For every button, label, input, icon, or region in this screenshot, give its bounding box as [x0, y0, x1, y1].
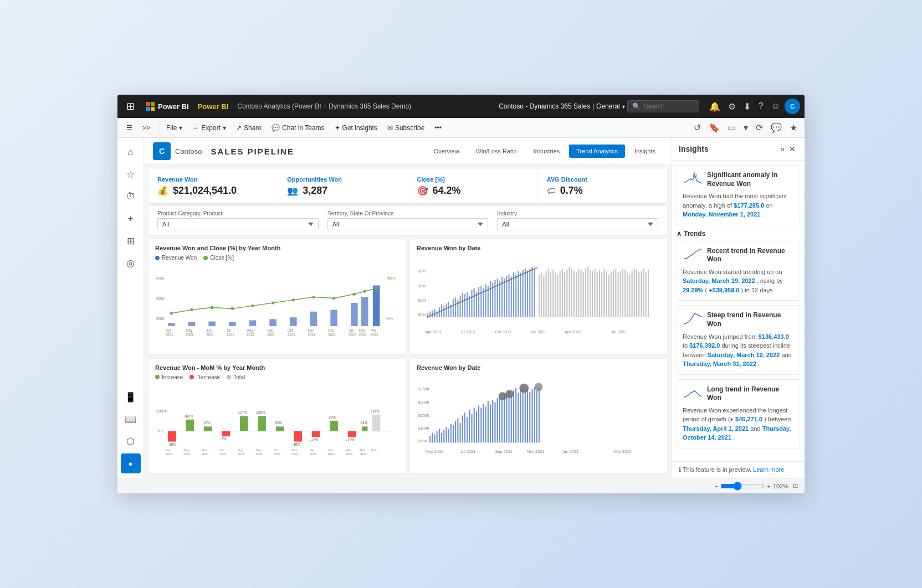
- waffle-icon[interactable]: ⊞: [122, 98, 139, 115]
- zoom-minus-icon[interactable]: −: [715, 483, 718, 489]
- view-chevron-icon[interactable]: ▾: [741, 120, 751, 135]
- kpi-revenue-won[interactable]: Revenue Won 💰 $21,024,541.0: [148, 169, 278, 203]
- tab-overview[interactable]: Overview: [427, 145, 467, 158]
- tab-insights[interactable]: Insights: [627, 145, 663, 158]
- svg-rect-83: [488, 286, 489, 317]
- nav-icons: 🔔 ⚙ ⬇ ? ☺ C: [706, 99, 800, 114]
- svg-rect-229: [455, 421, 456, 442]
- trends-chevron-icon[interactable]: ∧: [677, 230, 682, 238]
- more-button[interactable]: •••: [430, 122, 446, 134]
- sidebar-item-goals[interactable]: ◎: [121, 253, 141, 273]
- export-button[interactable]: ↔ Export ▾: [188, 122, 230, 134]
- search-box[interactable]: 🔍: [627, 100, 699, 112]
- trend1-intro: Revenue Won started trending up on: [683, 269, 782, 275]
- insights-learn-more-link[interactable]: Learn more: [753, 466, 784, 473]
- fit-to-page-icon[interactable]: ⊡: [793, 482, 798, 489]
- svg-rect-65: [445, 303, 447, 317]
- chart3-title: Revenue Won - MoM % by Year Month: [155, 364, 399, 371]
- insight-anomaly-card[interactable]: Significant anomaly in Revenue Won Reven…: [677, 165, 800, 225]
- sidebar-item-powerbi[interactable]: ●: [121, 453, 141, 473]
- tab-winloss[interactable]: Win/Loss Ratio: [469, 145, 524, 158]
- svg-point-24: [312, 296, 315, 298]
- fullscreen-icon[interactable]: ★: [787, 120, 800, 135]
- chart-mom-pct[interactable]: Revenue Won - MoM % by Year Month Increa…: [148, 359, 406, 474]
- sidebar-item-workspaces[interactable]: ⬡: [121, 431, 141, 451]
- svg-rect-234: [467, 417, 468, 442]
- toolbar-separator: [158, 122, 158, 133]
- comment-icon[interactable]: 💬: [768, 120, 785, 135]
- insight-trend3-card[interactable]: Long trend in Revenue Won Revenue Won ex…: [677, 379, 800, 448]
- svg-rect-147: [638, 272, 639, 317]
- microsoft-logo-icon: [146, 102, 155, 111]
- svg-rect-231: [460, 422, 461, 442]
- tab-trend-analytics[interactable]: Trend Analytics: [569, 145, 625, 158]
- svg-text:2022: 2022: [346, 452, 353, 455]
- sidebar-item-datahub[interactable]: ⊞: [121, 231, 141, 251]
- insights-icon: ✦: [335, 124, 340, 132]
- filter-territory-select[interactable]: All: [327, 218, 489, 230]
- svg-rect-146: [636, 270, 637, 317]
- sidebar-item-favorites[interactable]: ☆: [121, 164, 141, 184]
- chart-revenue-date-top[interactable]: Revenue Won by Date $0M $0M $0M $0M: [410, 239, 667, 354]
- view-icon[interactable]: ▭: [725, 120, 739, 135]
- chat-teams-button[interactable]: 💬 Chat in Teams: [267, 122, 329, 134]
- svg-text:May: May: [183, 448, 189, 452]
- download-icon[interactable]: ⬇: [740, 99, 754, 114]
- chart-revenue-close[interactable]: Revenue Won and Close [%] by Year Month …: [148, 239, 406, 354]
- insight-trend2-card[interactable]: Steep trend in Revenue Won Revenue Won j…: [677, 305, 800, 374]
- kpi-opportunities-won[interactable]: Opportunities Won 👥 3,287: [278, 169, 408, 203]
- sidebar-item-create[interactable]: +: [121, 209, 141, 229]
- chart-revenue-date-bottom[interactable]: Revenue Won by Date $250K $200K $150K $1…: [410, 359, 667, 474]
- avatar[interactable]: C: [785, 99, 800, 114]
- notification-icon[interactable]: 🔔: [706, 99, 724, 114]
- insight-trend1-card[interactable]: Recent trend in Revenue Won Revenue Won …: [677, 241, 800, 301]
- svg-text:Nov 2021: Nov 2021: [527, 449, 544, 454]
- svg-text:Sep 2021: Sep 2021: [495, 449, 512, 454]
- feedback-icon[interactable]: ☺: [768, 99, 783, 114]
- share-button[interactable]: ↗ Share: [232, 122, 266, 134]
- insights-close-icon[interactable]: ✕: [787, 143, 798, 154]
- filter-industry-select[interactable]: All: [497, 218, 658, 230]
- search-icon: 🔍: [632, 102, 641, 110]
- filter-product-category: Product Category, Product All: [157, 210, 319, 230]
- ms-logo[interactable]: Power BI: [141, 102, 193, 111]
- breadcrumb-expand-button[interactable]: >>: [138, 122, 155, 134]
- svg-text:2021: 2021: [267, 333, 275, 337]
- subscribe-button[interactable]: ✉ Subscribe: [383, 122, 429, 134]
- refresh-icon[interactable]: ↺: [691, 120, 704, 135]
- filter-product-select[interactable]: All: [157, 218, 319, 230]
- svg-rect-221: [437, 431, 438, 442]
- sidebar-item-apps[interactable]: 📱: [121, 387, 141, 407]
- search-input[interactable]: [644, 102, 688, 110]
- workspace-chevron-icon[interactable]: ▾: [622, 104, 625, 110]
- subscribe-icon: ✉: [387, 124, 393, 132]
- zoom-plus-icon[interactable]: +: [767, 483, 770, 489]
- zoom-range-input[interactable]: [720, 482, 765, 491]
- legend-decrease: Decrease: [189, 374, 220, 380]
- expand-nav-button[interactable]: ☰: [122, 122, 137, 134]
- kpi-opportunities-label: Opportunities Won: [287, 176, 398, 183]
- report-header: C Contoso SALES PIPELINE Overview Win/Lo…: [144, 138, 672, 165]
- svg-text:Nov: Nov: [308, 328, 315, 332]
- sidebar-item-home[interactable]: ⌂: [121, 142, 141, 162]
- manual-refresh-icon[interactable]: ⟳: [753, 120, 766, 135]
- svg-rect-10: [269, 319, 276, 326]
- bookmark-icon[interactable]: 🔖: [706, 120, 723, 135]
- svg-rect-5: [168, 323, 175, 326]
- get-insights-button[interactable]: ✦ Get insights: [330, 122, 382, 134]
- kpi-close-pct[interactable]: Close [%] 🎯 64.2%: [408, 169, 538, 203]
- kpi-avg-discount[interactable]: AVG Discount 🏷 0.7%: [538, 169, 667, 203]
- file-button[interactable]: File ▾: [162, 122, 187, 134]
- svg-text:2021: 2021: [288, 333, 295, 337]
- tab-industries[interactable]: Industries: [526, 145, 567, 158]
- svg-rect-254: [513, 390, 514, 442]
- svg-text:Aug: Aug: [238, 448, 243, 452]
- insights-expand-icon[interactable]: »: [778, 143, 787, 154]
- sidebar-item-recents[interactable]: ⏱: [121, 187, 141, 207]
- svg-text:Mar: Mar: [360, 448, 365, 452]
- settings-icon[interactable]: ⚙: [725, 99, 739, 114]
- help-icon[interactable]: ?: [755, 99, 767, 114]
- sidebar-item-learn[interactable]: 📖: [121, 409, 141, 429]
- svg-rect-133: [606, 271, 607, 317]
- svg-rect-98: [523, 270, 524, 317]
